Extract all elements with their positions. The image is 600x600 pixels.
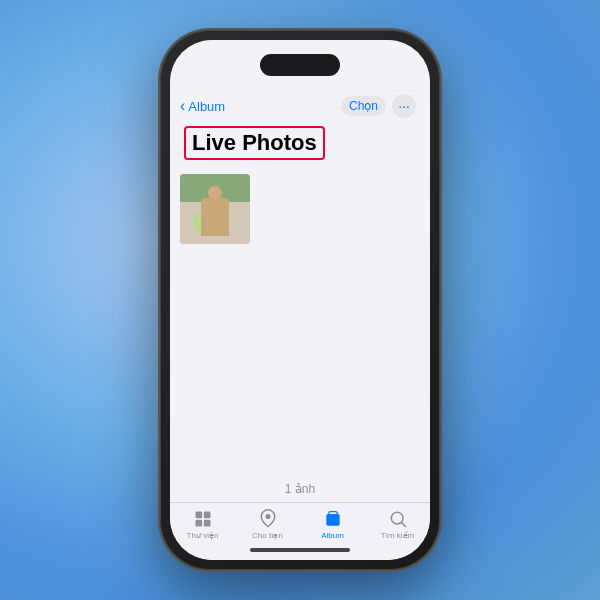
thumbnail-head xyxy=(208,186,222,200)
chevron-left-icon: ‹ xyxy=(180,97,185,115)
nav-bar: ‹ Album Chọn ··· xyxy=(170,90,430,122)
for-you-icon xyxy=(258,509,278,529)
phone-screen-container: ‹ Album Chọn ··· Live Photos xyxy=(170,40,430,560)
back-button[interactable]: ‹ Album xyxy=(180,97,225,115)
albums-icon xyxy=(323,509,343,529)
tab-for-you-label: Cho bạn xyxy=(252,531,283,540)
more-icon: ··· xyxy=(398,98,410,114)
phone-outer-frame: ‹ Album Chọn ··· Live Photos xyxy=(160,30,440,570)
tab-for-you[interactable]: Cho bạn xyxy=(235,509,300,540)
tab-bar: Thư viện Cho bạn xyxy=(170,502,430,544)
photo-count-label: 1 ảnh xyxy=(170,476,430,502)
tab-search-label: Tìm kiếm xyxy=(381,531,414,540)
page-title-highlight-box: Live Photos xyxy=(184,126,325,160)
tab-albums[interactable]: Album xyxy=(300,509,365,540)
svg-line-7 xyxy=(401,523,405,527)
screen: ‹ Album Chọn ··· Live Photos xyxy=(170,40,430,560)
svg-point-4 xyxy=(265,514,270,519)
page-title: Live Photos xyxy=(192,130,317,155)
library-icon xyxy=(193,509,213,529)
svg-rect-2 xyxy=(195,520,202,527)
svg-rect-0 xyxy=(195,512,202,519)
search-icon xyxy=(388,509,408,529)
home-bar xyxy=(250,548,350,552)
tab-library-label: Thư viện xyxy=(187,531,219,540)
svg-rect-3 xyxy=(203,520,210,527)
select-button[interactable]: Chọn xyxy=(341,96,386,116)
home-indicator-area xyxy=(170,544,430,560)
photo-thumbnail[interactable] xyxy=(180,174,250,244)
svg-rect-5 xyxy=(326,514,339,526)
tab-library[interactable]: Thư viện xyxy=(170,509,235,540)
photo-grid xyxy=(170,168,430,476)
tab-search[interactable]: Tìm kiếm xyxy=(365,509,430,540)
thumbnail-figure xyxy=(201,198,229,236)
dynamic-island xyxy=(260,54,340,76)
back-label: Album xyxy=(188,99,225,114)
thumbnail-image xyxy=(180,174,250,244)
phone-device: ‹ Album Chọn ··· Live Photos xyxy=(160,30,440,570)
tab-albums-label: Album xyxy=(321,531,344,540)
page-title-area: Live Photos xyxy=(170,122,430,168)
more-button[interactable]: ··· xyxy=(392,94,416,118)
nav-actions: Chọn ··· xyxy=(341,94,416,118)
svg-rect-1 xyxy=(203,512,210,519)
